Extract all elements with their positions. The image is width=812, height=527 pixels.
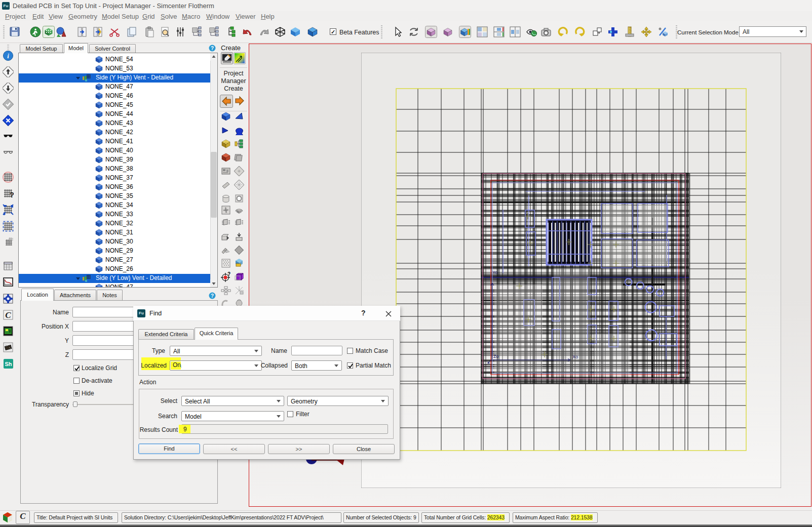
svg-text:?: ?: [227, 272, 230, 277]
svg-text:Sh: Sh: [5, 361, 12, 367]
svg-text:Xo: Xo: [572, 354, 578, 359]
svg-text:Yo: Yo: [492, 270, 497, 275]
svg-text:?: ?: [10, 190, 14, 199]
svg-text:i: i: [7, 52, 9, 60]
svg-text:?: ?: [211, 46, 214, 51]
svg-text:?: ?: [211, 293, 214, 299]
svg-text:Zo: Zo: [493, 354, 499, 359]
svg-text:C: C: [5, 310, 11, 320]
